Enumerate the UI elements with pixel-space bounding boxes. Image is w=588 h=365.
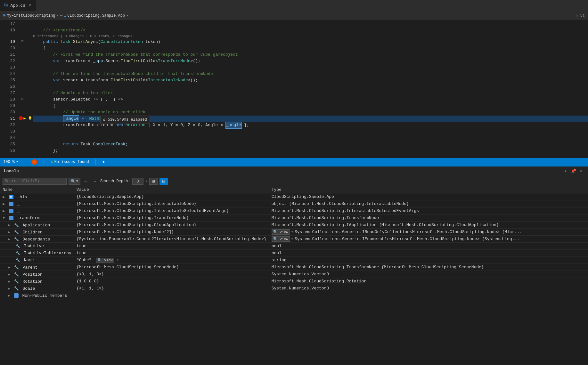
- table-row: ▶ 🔧 Application {Microsoft.Mesh.CloudScr…: [0, 222, 588, 229]
- table-row: ▼ transform {Microsoft.Mesh.CloudScripti…: [0, 215, 588, 222]
- prop-icon: 🔧: [14, 230, 19, 235]
- var-icon: [14, 293, 19, 298]
- panel-pin-icon[interactable]: 📌: [570, 168, 576, 174]
- search-next-button[interactable]: →: [91, 178, 98, 185]
- code-line-18: /// <inheritdoc/>: [33, 27, 588, 34]
- status-bar: 100 % ▾ ● No issues found ◄: [0, 158, 588, 166]
- expand-arrow-icon[interactable]: ▶: [8, 286, 10, 291]
- var-name: Rotation: [22, 279, 42, 284]
- var-name: Parent: [22, 265, 37, 270]
- zoom-arrow-icon: ▾: [16, 159, 18, 164]
- panel-dropdown-icon[interactable]: ▾: [562, 168, 569, 174]
- expand-icon: ⊞: [152, 179, 155, 183]
- table-row: 🔧 Name "Cube" 🔍 View ▾ string: [0, 257, 588, 264]
- prop-icon: 🔧: [14, 237, 19, 242]
- code-line-26: [33, 84, 588, 90]
- expand-arrow-icon[interactable]: ▶: [3, 202, 5, 207]
- view-icon[interactable]: 🔍 View: [272, 229, 290, 235]
- expand-arrow-icon[interactable]: ▶: [3, 209, 5, 214]
- table-row: ▶ 🔧 Position {<0, 1, 3>} System.Numerics…: [0, 271, 588, 278]
- search-icon: 🔍: [71, 179, 76, 183]
- line-numbers: 17 18 19 20 21 22 23 24 25 26 27 28 29 3…: [0, 20, 18, 158]
- locals-table-wrapper: Name Value Type ▶ ⊞ this {CloudScripting…: [0, 186, 588, 365]
- expand-arrow-icon[interactable]: ▶: [8, 265, 10, 270]
- panel-controls: ▾ 📌 ✕: [562, 168, 584, 174]
- search-prev-button[interactable]: ←: [82, 178, 89, 185]
- table-row: ▶ 🔧 Descendants {System.Linq.Enumerable.…: [0, 236, 588, 243]
- code-line-34: [33, 135, 588, 141]
- view-icon[interactable]: 🔍 View: [96, 258, 114, 263]
- expand-arrow-icon[interactable]: ▶: [8, 272, 10, 277]
- var-name: Position: [22, 272, 42, 277]
- search-depth-label: Search Depth:: [100, 179, 130, 183]
- tab-close-icon[interactable]: ×: [27, 3, 32, 8]
- breakpoint-icon[interactable]: [19, 116, 23, 120]
- expand-arrow-icon[interactable]: ▶: [8, 230, 10, 235]
- ref-info: 0 references | 0 changes | 0 authors, 0 …: [33, 34, 588, 39]
- flame-icon: [31, 159, 37, 165]
- locals-panel: Locals ▾ 📌 ✕ 🔍 ▾ ← → Search Depth: ▾ ⊞ ⊟: [0, 166, 588, 365]
- expand-all-button[interactable]: ⊞: [149, 178, 158, 185]
- breadcrumb-arrow2-icon: ▾: [126, 13, 128, 18]
- var-name: _: [17, 202, 20, 207]
- expand-arrow-icon[interactable]: ▶: [8, 223, 10, 228]
- code-line-28: sensor.Selected += (_, _) =>: [33, 96, 588, 103]
- fold-icon[interactable]: ⊟: [21, 39, 23, 43]
- search-input[interactable]: [3, 178, 67, 185]
- table-row: 🔧 IsActive true bool: [0, 243, 588, 250]
- tab-filename: App.cs: [10, 3, 25, 8]
- expand-arrow-icon[interactable]: ▶: [8, 237, 10, 242]
- depth-dropdown-icon[interactable]: ▾: [145, 179, 148, 183]
- code-line-36: };: [33, 148, 588, 154]
- var-name: _: [17, 209, 20, 214]
- expand-arrow-icon[interactable]: ▶: [8, 293, 10, 298]
- status-text: No issues found: [54, 160, 89, 164]
- nav-arrow[interactable]: ◄: [102, 160, 104, 164]
- elapsed-tooltip: ≤ 530,540ms elapsed: [100, 116, 150, 124]
- code-line-25: var sensor = transform.FindFirstChild<In…: [33, 77, 588, 84]
- table-row: 🔧 IsActiveInHierarchy true bool: [0, 250, 588, 257]
- lightbulb-icon[interactable]: 💡: [28, 116, 32, 120]
- var-name: Name: [24, 258, 34, 263]
- prop-icon: 🔧: [15, 258, 20, 263]
- code-line-35: return Task.CompletedTask;: [33, 141, 588, 148]
- expand-arrow-icon[interactable]: ▶: [8, 279, 10, 284]
- code-line-21: // First we find the TransformNode that …: [33, 52, 588, 58]
- breadcrumb-extra-icon: ☆ St: [576, 13, 585, 18]
- code-line-23: [33, 64, 588, 71]
- issues-status[interactable]: ● No issues found: [50, 159, 89, 165]
- var-name: this: [17, 195, 27, 199]
- prop-icon: 🔧: [15, 244, 20, 248]
- search-depth-input[interactable]: [132, 178, 143, 185]
- col-header-type: Type: [269, 186, 588, 193]
- table-row: ▶ 🔧 Parent {Microsoft.Mesh.CloudScriptin…: [0, 264, 588, 271]
- margin: ⊟ ⊟ ▶: [18, 20, 27, 158]
- panel-close-icon[interactable]: ✕: [578, 168, 584, 174]
- code-line-33: [33, 128, 588, 135]
- var-icon: [9, 209, 13, 213]
- breadcrumb-arrow-icon: ▾: [56, 13, 59, 18]
- var-name: Non-Public members: [22, 293, 67, 298]
- view-icon[interactable]: 🔍 View: [272, 236, 290, 242]
- locals-table: Name Value Type ▶ ⊞ this {CloudScripting…: [0, 186, 588, 299]
- tab-bar: C# App.cs ×: [0, 0, 588, 11]
- expand-arrow-icon[interactable]: ▶: [3, 195, 5, 199]
- expand-arrow-icon[interactable]: ▼: [3, 215, 5, 220]
- table-row: ▶ _ {Microsoft.Mesh.CloudScripting.Inter…: [0, 207, 588, 215]
- app-cs-tab[interactable]: C# App.cs ×: [0, 0, 37, 11]
- table-row: ▶ ⊞ this {CloudScripting.Sample.App} Clo…: [0, 193, 588, 200]
- zoom-control[interactable]: 100 % ▾: [3, 159, 18, 164]
- breadcrumb-class[interactable]: CloudScripting.Sample.App: [67, 13, 125, 18]
- breadcrumb-project[interactable]: MyFirstCloudScripting: [7, 13, 55, 18]
- table-row: ▶ 🔧 Children {Microsoft.Mesh.CloudScript…: [0, 229, 588, 236]
- search-button[interactable]: 🔍 ▾: [69, 178, 80, 185]
- col-header-name: Name: [0, 186, 74, 193]
- fold-icon-2[interactable]: ⊟: [21, 97, 23, 101]
- collapse-all-button[interactable]: ⊟: [159, 178, 168, 185]
- code-line-19: public Task StartAsync(CancellationToken…: [33, 39, 588, 45]
- code-line-17: [33, 21, 588, 27]
- locals-table-body: ▶ ⊞ this {CloudScripting.Sample.App} Clo…: [0, 193, 588, 299]
- code-line-31: _angle += MathF.PI / 8; ≤ 530,540ms elap…: [33, 116, 588, 122]
- code-line-30: // Update the angle on each click: [33, 109, 588, 116]
- table-row: ▶ 🔧 Scale {<1, 1, 1>} System.Numerics.Ve…: [0, 285, 588, 292]
